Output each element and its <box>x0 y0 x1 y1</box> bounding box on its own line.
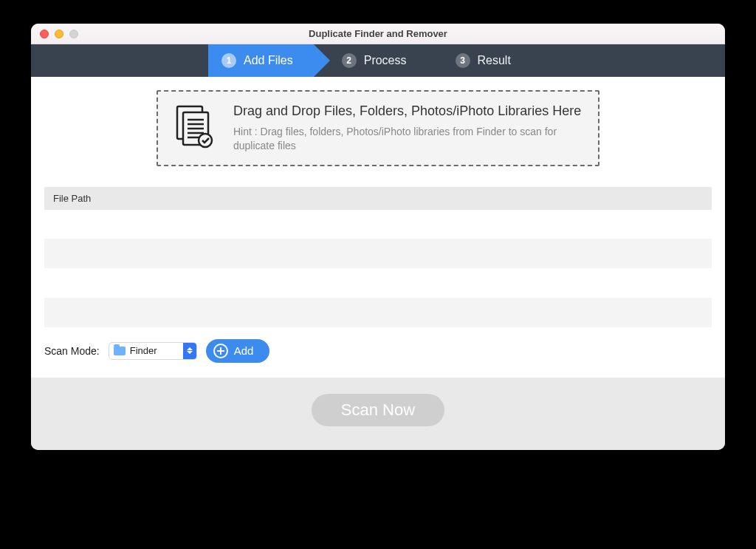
scan-mode-value: Finder <box>130 345 183 356</box>
svg-point-7 <box>199 134 212 147</box>
zoom-icon[interactable] <box>69 30 78 38</box>
add-button-label: Add <box>234 344 254 357</box>
step-label: Add Files <box>244 54 293 67</box>
app-window: Duplicate Finder and Remover 1 Add Files… <box>31 24 725 450</box>
content-area: Drag and Drop Files, Folders, Photos/iPh… <box>31 77 725 378</box>
table-row[interactable] <box>44 239 712 268</box>
window-title: Duplicate Finder and Remover <box>31 28 725 39</box>
plus-circle-icon <box>213 344 228 358</box>
drop-zone-text: Drag and Drop Files, Folders, Photos/iPh… <box>233 103 583 153</box>
titlebar: Duplicate Finder and Remover <box>31 24 725 44</box>
traffic-lights <box>31 30 78 38</box>
step-label: Process <box>364 54 407 67</box>
step-add-files[interactable]: 1 Add Files <box>208 44 314 77</box>
table-header: File Path <box>44 187 712 210</box>
table-row[interactable] <box>44 210 712 239</box>
footer: Scan Now <box>31 378 725 450</box>
drop-zone[interactable]: Drag and Drop Files, Folders, Photos/iPh… <box>157 90 599 166</box>
step-number: 3 <box>456 53 470 68</box>
scan-now-button[interactable]: Scan Now <box>312 394 444 426</box>
document-check-icon <box>173 103 219 152</box>
file-table: File Path <box>44 187 712 327</box>
close-icon[interactable] <box>40 30 49 38</box>
table-row[interactable] <box>44 298 712 327</box>
step-result[interactable]: 3 Result <box>427 44 532 77</box>
step-bar: 1 Add Files 2 Process 3 Result <box>31 44 725 77</box>
controls-row: Scan Mode: Finder Add <box>44 327 712 378</box>
drop-zone-heading: Drag and Drop Files, Folders, Photos/iPh… <box>233 103 583 119</box>
step-label: Result <box>478 54 511 67</box>
step-number: 1 <box>221 53 236 68</box>
chevron-updown-icon <box>183 343 196 359</box>
step-process[interactable]: 2 Process <box>314 44 427 77</box>
scan-mode-select[interactable]: Finder <box>109 342 197 360</box>
step-number: 2 <box>342 53 357 68</box>
minimize-icon[interactable] <box>55 30 63 38</box>
add-button[interactable]: Add <box>206 339 270 363</box>
scan-mode-label: Scan Mode: <box>44 345 100 357</box>
drop-zone-hint: Hint : Drag files, folders, Photos/iPhot… <box>233 125 583 153</box>
folder-icon <box>114 347 126 355</box>
table-row[interactable] <box>44 268 712 298</box>
